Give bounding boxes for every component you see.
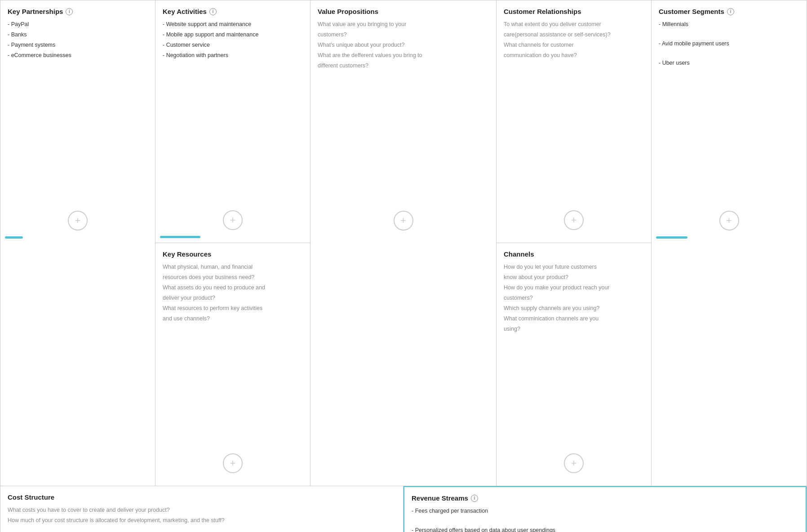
ka-item-1: - Website support and maintenance — [163, 20, 303, 29]
ch-line-1: How do you let your future customers — [504, 262, 644, 271]
ch-line-2: know about your product? — [504, 273, 644, 282]
key-activities-title: Key Activities i — [163, 8, 303, 15]
kp-item-1: - PayPal — [8, 20, 148, 29]
ch-line-7: using? — [504, 324, 644, 333]
customer-relationships-add-button[interactable]: + — [564, 210, 584, 230]
customer-segments-add-button[interactable]: + — [719, 211, 739, 231]
ka-item-4: - Negotiation with partners — [163, 51, 303, 60]
key-activities-info-icon[interactable]: i — [209, 8, 217, 15]
cs-item-1: - Millennials — [659, 20, 799, 29]
vp-line-5: different customers? — [318, 61, 489, 70]
customer-segments-title: Customer Segments i — [659, 8, 799, 15]
channels-label: Channels — [504, 250, 534, 258]
key-activities-add-button[interactable]: + — [223, 210, 243, 230]
customer-segments-info-icon[interactable]: i — [727, 8, 734, 15]
kp-item-2: - Banks — [8, 30, 148, 39]
key-activities-column: Key Activities i - Website support and m… — [155, 0, 310, 486]
cost-structure-cell: Cost Structure What costs you have to co… — [0, 486, 404, 532]
kr-line-3: What assets do you need to produce and — [163, 283, 303, 292]
ch-line-3: How do you make your product reach your — [504, 283, 644, 292]
top-section: Key Partnerships i - PayPal - Banks - Pa… — [0, 0, 807, 486]
key-partnerships-cell: Key Partnerships i - PayPal - Banks - Pa… — [0, 0, 155, 243]
key-resources-label: Key Resources — [163, 250, 211, 258]
cs-item-3: - Uber users — [659, 58, 799, 67]
customer-relationships-content: To what extent do you deliver customer c… — [504, 20, 644, 60]
key-partnerships-label: Key Partnerships — [8, 8, 63, 15]
key-activities-cell: Key Activities i - Website support and m… — [155, 0, 310, 243]
key-resources-add-button[interactable]: + — [223, 453, 243, 473]
key-partnerships-content: - PayPal - Banks - Payment systems - eCo… — [8, 20, 148, 60]
kr-line-4: deliver your product? — [163, 293, 303, 302]
cost-structure-title: Cost Structure — [8, 493, 396, 501]
kp-item-4: - eCommerce businesses — [8, 51, 148, 60]
vp-line-1: What value are you bringing to your — [318, 20, 489, 29]
ch-line-6: What comminication channels are you — [504, 314, 644, 323]
value-propositions-cell: Value Propositions What value are you br… — [310, 0, 496, 243]
bottom-section: Cost Structure What costs you have to co… — [0, 486, 807, 532]
cost-structure-content: What costs you have to cover to create a… — [8, 505, 396, 525]
revenue-streams-cell: Revenue Streams i - Fees charged per tra… — [404, 486, 807, 532]
kr-line-1: What physical, human, and financial — [163, 262, 303, 271]
customer-relationships-title: Customer Relationships — [504, 8, 644, 15]
kp-item-3: - Payment systems — [8, 40, 148, 49]
customer-segments-cell: Customer Segments i - Millennials - Avid… — [652, 0, 807, 243]
cs-line-1: What costs you have to cover to create a… — [8, 505, 396, 514]
key-partnerships-column: Key Partnerships i - PayPal - Banks - Pa… — [0, 0, 155, 486]
kr-line-6: and use channels? — [163, 314, 303, 323]
revenue-streams-info-icon[interactable]: i — [471, 495, 478, 502]
cost-structure-label: Cost Structure — [8, 493, 54, 501]
rs-item-2: - Personalized offers based on data abou… — [412, 526, 798, 532]
revenue-streams-title: Revenue Streams i — [412, 494, 798, 502]
customer-relationships-label: Customer Relationships — [504, 8, 581, 15]
channels-title: Channels — [504, 250, 644, 258]
cs-item-2: - Avid mobile payment users — [659, 39, 799, 48]
customer-relationships-column: Customer Relationships To what extent do… — [497, 0, 652, 486]
key-partnerships-progress — [5, 236, 23, 239]
rs-item-1: - Fees charged per transaction — [412, 506, 798, 515]
cr-line-3: What channels for customer — [504, 40, 644, 49]
ch-line-5: Which supply channels are you using? — [504, 304, 644, 313]
customer-segments-column: Customer Segments i - Millennials - Avid… — [652, 0, 807, 486]
revenue-streams-content: - Fees charged per transaction - Persona… — [412, 506, 798, 532]
ch-line-4: customers? — [504, 293, 644, 302]
key-partnerships-info-icon[interactable]: i — [66, 8, 73, 15]
cr-line-2: care(personal assistance or self-service… — [504, 30, 644, 39]
vp-line-3: What's unique about your product? — [318, 40, 489, 49]
revenue-streams-label: Revenue Streams — [412, 494, 468, 502]
key-resources-content: What physical, human, and financial reso… — [163, 262, 303, 323]
customer-segments-label: Customer Segments — [659, 8, 724, 15]
cr-line-1: To what extent do you deliver customer — [504, 20, 644, 29]
key-activities-progress — [160, 236, 200, 238]
key-activities-content: - Website support and maintenance - Mobi… — [163, 20, 303, 60]
key-resources-cell: Key Resources What physical, human, and … — [155, 243, 310, 486]
cs-line-2: How much of your cost structure is alloc… — [8, 516, 396, 525]
value-propositions-content: What value are you bringing to your cust… — [318, 20, 489, 70]
key-resources-title: Key Resources — [163, 250, 303, 258]
business-model-canvas: Key Partnerships i - PayPal - Banks - Pa… — [0, 0, 807, 532]
vp-line-4: What are the defferent values you bring … — [318, 51, 489, 60]
value-propositions-label: Value Propositions — [318, 8, 378, 15]
customer-segments-progress — [656, 236, 687, 239]
kr-line-5: What resources to perform key activities — [163, 304, 303, 313]
channels-cell: Channels How do you let your future cust… — [497, 243, 651, 486]
key-activities-label: Key Activities — [163, 8, 207, 15]
vp-line-2: customers? — [318, 30, 489, 39]
value-propositions-title: Value Propositions — [318, 8, 489, 15]
ka-item-3: - Customer service — [163, 40, 303, 49]
customer-segments-content: - Millennials - Avid mobile payment user… — [659, 20, 799, 67]
cr-line-4: communication do you have? — [504, 51, 644, 60]
kr-line-2: resources does your business need? — [163, 273, 303, 282]
value-propositions-add-button[interactable]: + — [394, 211, 413, 231]
key-partnerships-title: Key Partnerships i — [8, 8, 148, 15]
key-partnerships-add-button[interactable]: + — [68, 211, 88, 231]
channels-add-button[interactable]: + — [564, 453, 584, 473]
value-propositions-column: Value Propositions What value are you br… — [310, 0, 497, 486]
channels-content: How do you let your future customers kno… — [504, 262, 644, 333]
ka-item-2: - Mobile app support and maintenance — [163, 30, 303, 39]
customer-relationships-cell: Customer Relationships To what extent do… — [497, 0, 651, 243]
